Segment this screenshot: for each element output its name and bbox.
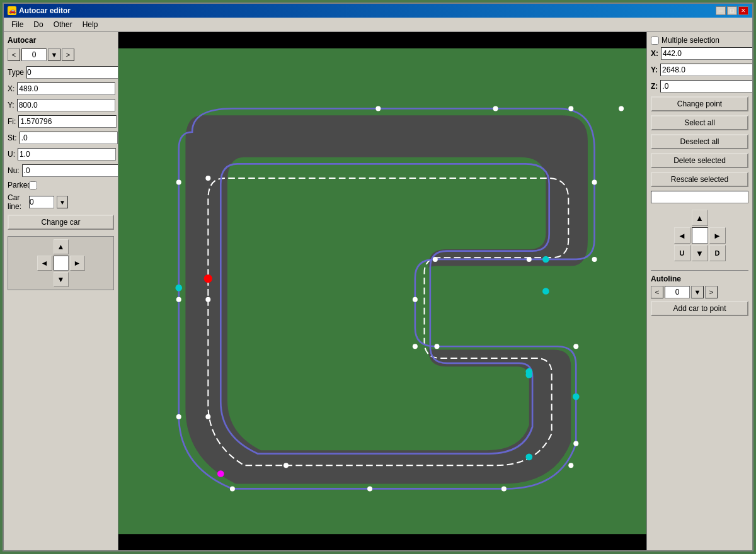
st-row: St: (8, 132, 114, 144)
svg-point-10 (434, 344, 439, 349)
autoline-title: Autoline (651, 274, 748, 283)
type-input[interactable] (26, 66, 118, 79)
svg-point-12 (573, 441, 578, 446)
right-x-row: X: (651, 47, 748, 60)
parked-checkbox[interactable] (29, 181, 37, 189)
autoline-prev-button[interactable]: < (651, 286, 663, 298)
r-arrow-center (692, 227, 708, 244)
r-arrow-down-button[interactable]: ▼ (692, 245, 708, 261)
arrow-row-bottom: ▼ (54, 272, 69, 287)
r-arrow-row-middle: ◄ ► (674, 227, 726, 244)
svg-point-5 (592, 257, 597, 262)
svg-point-2 (493, 106, 498, 111)
fi-input[interactable] (18, 115, 117, 128)
change-point-button[interactable]: Change point (651, 96, 748, 111)
arrow-up-button[interactable]: ▲ (54, 239, 69, 254)
svg-point-36 (217, 470, 224, 477)
autocar-spinner-row: < ▼ > (8, 48, 114, 61)
arrow-row-top: ▲ (54, 239, 69, 254)
svg-point-11 (573, 344, 578, 349)
car-line-label: Car line: (8, 193, 26, 211)
right-arrow-pad: ▲ ◄ ► U ▼ D (651, 210, 748, 261)
svg-point-7 (433, 257, 438, 262)
arrow-right-button[interactable]: ► (70, 256, 85, 271)
multiple-selection-checkbox[interactable] (651, 37, 659, 45)
svg-point-9 (413, 344, 418, 349)
autoline-spinner-input[interactable] (665, 286, 690, 298)
svg-point-19 (205, 176, 210, 181)
rescale-selected-button[interactable]: Rescale selected (651, 172, 748, 187)
svg-point-35 (204, 274, 212, 283)
autocar-next-button[interactable]: > (62, 48, 74, 61)
track-area[interactable] (118, 32, 646, 550)
svg-point-34 (525, 368, 532, 375)
right-x-label: X: (651, 49, 658, 58)
minimize-button[interactable]: ─ (716, 6, 726, 15)
autocar-spinner-input[interactable] (21, 48, 47, 61)
st-input[interactable] (20, 132, 118, 144)
rescale-input[interactable] (651, 191, 748, 203)
arrow-down-button[interactable]: ▼ (54, 272, 69, 287)
r-special-left-button[interactable]: U (674, 245, 690, 261)
svg-point-25 (573, 393, 580, 400)
arrow-row-middle: ◄ ► (37, 256, 85, 271)
autocar-prev-button[interactable]: < (8, 48, 20, 61)
y-row: Y: (8, 99, 114, 111)
st-label: St: (8, 133, 17, 142)
parked-row: Parked: (8, 181, 114, 189)
menu-help[interactable]: Help (77, 19, 103, 30)
delete-selected-button[interactable]: Delete selected (651, 153, 748, 168)
svg-point-3 (568, 106, 573, 111)
main-content: Autocar < ▼ > Type ▼ X: Y: (4, 32, 752, 550)
svg-point-27 (525, 454, 532, 461)
arrow-left-button[interactable]: ◄ (37, 256, 52, 271)
svg-point-14 (367, 486, 372, 491)
svg-point-33 (542, 288, 549, 295)
svg-point-8 (413, 297, 418, 302)
change-car-button[interactable]: Change car (8, 215, 114, 230)
menu-other[interactable]: Other (49, 19, 77, 30)
right-y-input[interactable] (660, 64, 752, 76)
r-arrow-up-button[interactable]: ▲ (692, 210, 708, 226)
nu-input[interactable] (22, 164, 118, 177)
r-arrow-left-button[interactable]: ◄ (674, 227, 690, 244)
fi-label: Fi: (8, 117, 16, 126)
car-line-input[interactable] (29, 196, 54, 208)
add-car-to-point-button[interactable]: Add car to point (651, 301, 748, 316)
menubar: File Do Other Help (4, 18, 752, 32)
svg-point-38 (568, 463, 573, 468)
right-x-input[interactable] (661, 47, 752, 60)
autocar-dropdown-button[interactable]: ▼ (48, 48, 60, 61)
right-z-label: Z: (651, 82, 658, 91)
autoline-next-button[interactable]: > (705, 286, 718, 298)
svg-point-39 (284, 463, 289, 468)
right-z-input[interactable] (660, 80, 752, 93)
x-input[interactable] (17, 82, 115, 95)
menu-do[interactable]: Do (28, 19, 48, 30)
svg-point-21 (205, 414, 210, 419)
svg-point-28 (175, 285, 182, 291)
r-arrow-row-top: ▲ (692, 210, 708, 226)
fi-row: Fi: (8, 115, 114, 128)
y-input[interactable] (17, 99, 115, 111)
svg-point-4 (592, 180, 597, 185)
u-input[interactable] (18, 148, 116, 161)
select-all-button[interactable]: Select all (651, 115, 748, 130)
r-arrow-row-bottom: U ▼ D (674, 245, 726, 261)
svg-point-37 (619, 106, 624, 111)
nu-row: Nu: (8, 164, 114, 177)
deselect-all-button[interactable]: Deselect all (651, 134, 748, 149)
title-bar-left: 🚗 Autocar editor (8, 6, 71, 15)
right-z-row: Z: (651, 80, 748, 93)
svg-point-15 (230, 486, 235, 491)
menu-file[interactable]: File (6, 19, 28, 30)
autoline-dropdown-button[interactable]: ▼ (691, 286, 704, 298)
r-special-right-button[interactable]: D (709, 245, 726, 261)
r-arrow-right-button[interactable]: ► (709, 227, 726, 244)
x-row: X: (8, 82, 114, 95)
close-button[interactable]: ✕ (738, 6, 748, 15)
maximize-button[interactable]: □ (727, 6, 737, 15)
autocar-section-title: Autocar (8, 36, 114, 45)
car-line-dropdown-button[interactable]: ▼ (57, 196, 68, 208)
right-y-label: Y: (651, 65, 658, 74)
